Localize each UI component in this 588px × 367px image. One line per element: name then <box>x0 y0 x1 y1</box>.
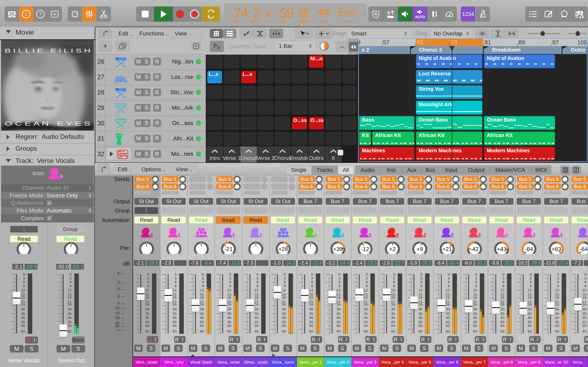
svg-text:+9: +9 <box>416 246 423 252</box>
svg-text:-21: -21 <box>224 246 233 252</box>
svg-text:i: i <box>25 11 27 17</box>
svg-text:+39: +39 <box>333 246 343 252</box>
svg-text:+21: +21 <box>442 246 452 252</box>
svg-text:B I L L I E E I L I S H: B I L L I E E I L I S H <box>5 48 90 54</box>
svg-text:-12: -12 <box>361 246 369 252</box>
svg-text:R: R <box>217 46 220 50</box>
svg-text:-42: -42 <box>470 246 479 252</box>
svg-text:-64: -64 <box>525 246 533 252</box>
svg-text:?: ? <box>39 11 42 17</box>
svg-text:+28: +28 <box>278 246 288 252</box>
svg-text:O C E A N E Y E S: O C E A N E Y E S <box>5 120 90 127</box>
svg-text:+43: +43 <box>497 246 507 252</box>
svg-text:-64: -64 <box>580 246 588 252</box>
svg-text:+2: +2 <box>389 246 396 252</box>
svg-text:+63: +63 <box>552 246 561 252</box>
